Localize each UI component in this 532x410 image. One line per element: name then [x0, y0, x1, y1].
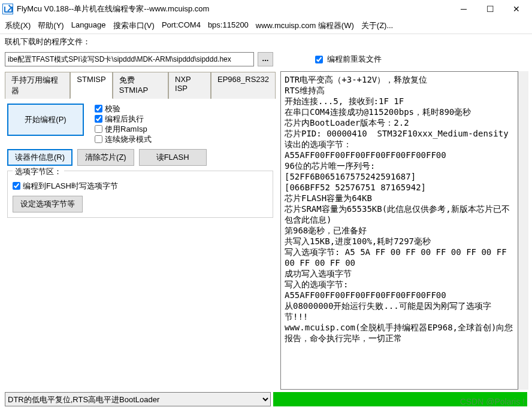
chk-verify[interactable]: 校验: [95, 104, 152, 114]
menu-system[interactable]: 系统(X): [5, 20, 31, 31]
watermark: CSDN @Polaris !: [460, 397, 525, 406]
menu-port[interactable]: Port:COM4: [162, 20, 201, 31]
clear-chip-button[interactable]: 清除芯片(Z): [77, 149, 134, 166]
tab-nxpisp[interactable]: NXP ISP: [168, 72, 211, 99]
tab-stmiap[interactable]: 免费STMIAP: [113, 72, 168, 99]
tab-body: 开始编程(P) 校验 编程后执行 使用RamIsp 连续烧录模式 读器件信息(R…: [5, 99, 276, 223]
browse-button[interactable]: ...: [258, 52, 273, 66]
dtr-mode-select[interactable]: DTR的低电平复位,RTS高电平进BootLoader: [5, 392, 271, 406]
menu-about[interactable]: 关于(Z)...: [361, 20, 393, 31]
right-panel: DTR电平变高（+3-+12V），释放复位 RTS维持高 开始连接...5, 接…: [280, 69, 532, 392]
menubar: 系统(X) 帮助(Y) Language 搜索串口(V) Port:COM4 b…: [0, 18, 532, 34]
tabs: 手持万用编程器 STMISP 免费STMIAP NXP ISP EP968_RS…: [5, 71, 276, 99]
menu-search-port[interactable]: 搜索串口(V): [113, 20, 155, 31]
app-icon: [2, 4, 13, 14]
tab-handheld[interactable]: 手持万用编程器: [5, 72, 70, 99]
file-row: 联机下载时的程序文件：: [0, 34, 532, 50]
chk-ramisp[interactable]: 使用RamIsp: [95, 124, 152, 134]
program-row: 开始编程(P) 校验 编程后执行 使用RamIsp 连续烧录模式: [7, 104, 273, 144]
start-program-button[interactable]: 开始编程(P): [7, 104, 84, 136]
menu-programmer[interactable]: www.mcuisp.com 编程器(W): [256, 20, 354, 31]
tab-ep968[interactable]: EP968_RS232: [211, 72, 276, 99]
file-label: 联机下载时的程序文件：: [5, 37, 90, 47]
minimize-button[interactable]: ─: [451, 0, 477, 18]
set-option-bytes-button[interactable]: 设定选项字节等: [13, 196, 83, 212]
maximize-button[interactable]: ☐: [477, 0, 503, 18]
scrollbar[interactable]: [518, 71, 528, 390]
chk-run-after[interactable]: 编程后执行: [95, 114, 152, 124]
window-title: FlyMcu V0.188--单片机在线编程专家--www.mcuisp.com: [17, 4, 451, 14]
menu-bps[interactable]: bps:115200: [208, 20, 249, 31]
reload-checkbox[interactable]: [315, 56, 323, 63]
file-input-row: ... 编程前重装文件: [0, 50, 532, 69]
close-button[interactable]: ✕: [503, 0, 530, 18]
option-bytes-fieldset: 选项字节区： 编程到FLASH时写选项字节 设定选项字节等: [7, 171, 273, 218]
chk-write-opt[interactable]: 编程到FLASH时写选项字节: [13, 181, 268, 191]
menu-help[interactable]: 帮助(Y): [38, 20, 64, 31]
menu-language[interactable]: Language: [71, 20, 106, 31]
chk-continuous[interactable]: 连续烧录模式: [95, 134, 152, 144]
option-bytes-legend: 选项字节区：: [13, 166, 64, 177]
window-controls: ─ ☐ ✕: [451, 0, 530, 18]
action-buttons: 读器件信息(R) 清除芯片(Z) 读FLASH: [7, 149, 273, 166]
main-split: 手持万用编程器 STMISP 免费STMIAP NXP ISP EP968_RS…: [0, 69, 532, 392]
options-column: 校验 编程后执行 使用RamIsp 连续烧录模式: [95, 104, 152, 144]
log-output[interactable]: DTR电平变高（+3-+12V），释放复位 RTS维持高 开始连接...5, 接…: [280, 71, 518, 390]
reload-label: 编程前重装文件: [327, 54, 382, 65]
tab-stmisp[interactable]: STMISP: [70, 72, 112, 99]
left-panel: 手持万用编程器 STMISP 免费STMIAP NXP ISP EP968_RS…: [0, 69, 280, 392]
file-path-input[interactable]: [5, 52, 254, 66]
read-info-button[interactable]: 读器件信息(R): [7, 149, 72, 166]
reload-checkbox-wrap[interactable]: 编程前重装文件: [313, 54, 382, 65]
bottom-row: DTR的低电平复位,RTS高电平进BootLoader: [0, 392, 532, 409]
read-flash-button[interactable]: 读FLASH: [139, 149, 207, 166]
titlebar: FlyMcu V0.188--单片机在线编程专家--www.mcuisp.com…: [0, 0, 532, 18]
